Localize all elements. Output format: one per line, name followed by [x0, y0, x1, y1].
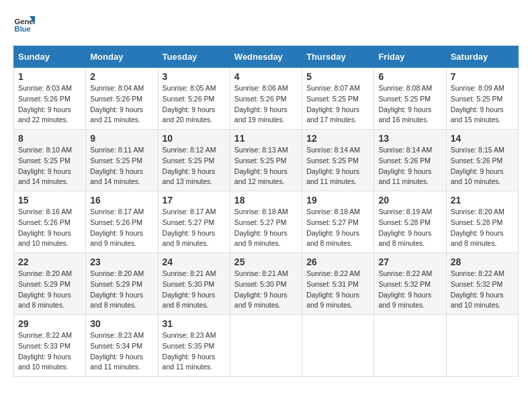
day-info: Sunrise: 8:09 AMSunset: 5:25 PMDaylight:…	[451, 83, 514, 126]
calendar-cell: 21Sunrise: 8:20 AMSunset: 5:28 PMDayligh…	[446, 191, 518, 253]
calendar-cell: 27Sunrise: 8:22 AMSunset: 5:32 PMDayligh…	[374, 253, 446, 315]
day-number: 25	[234, 257, 298, 267]
day-info: Sunrise: 8:14 AMSunset: 5:26 PMDaylight:…	[378, 145, 441, 187]
day-number: 6	[378, 71, 441, 82]
calendar-cell: 19Sunrise: 8:18 AMSunset: 5:27 PMDayligh…	[302, 191, 374, 253]
day-number: 16	[90, 195, 153, 205]
calendar-cell: 16Sunrise: 8:17 AMSunset: 5:26 PMDayligh…	[86, 191, 158, 253]
day-number: 9	[90, 133, 153, 144]
day-number: 12	[306, 133, 369, 144]
calendar-header-row: SundayMondayTuesdayWednesdayThursdayFrid…	[14, 46, 519, 68]
day-info: Sunrise: 8:20 AMSunset: 5:29 PMDaylight:…	[18, 269, 81, 311]
day-number: 27	[378, 257, 441, 267]
day-info: Sunrise: 8:17 AMSunset: 5:27 PMDaylight:…	[163, 207, 226, 249]
day-info: Sunrise: 8:22 AMSunset: 5:32 PMDaylight:…	[378, 269, 441, 311]
day-info: Sunrise: 8:20 AMSunset: 5:28 PMDaylight:…	[451, 207, 514, 249]
day-number: 11	[234, 133, 298, 144]
header-saturday: Saturday	[446, 46, 518, 68]
calendar-cell	[302, 315, 374, 377]
header-tuesday: Tuesday	[158, 46, 230, 68]
day-info: Sunrise: 8:04 AMSunset: 5:26 PMDaylight:…	[90, 83, 153, 126]
calendar-week-3: 15Sunrise: 8:16 AMSunset: 5:26 PMDayligh…	[14, 191, 519, 253]
day-info: Sunrise: 8:13 AMSunset: 5:25 PMDaylight:…	[234, 145, 298, 187]
day-info: Sunrise: 8:16 AMSunset: 5:26 PMDaylight:…	[18, 207, 81, 249]
day-info: Sunrise: 8:23 AMSunset: 5:34 PMDaylight:…	[90, 330, 153, 373]
calendar-week-4: 22Sunrise: 8:20 AMSunset: 5:29 PMDayligh…	[14, 253, 519, 315]
calendar-cell: 30Sunrise: 8:23 AMSunset: 5:34 PMDayligh…	[86, 315, 158, 377]
header-sunday: Sunday	[14, 46, 86, 68]
calendar-cell: 13Sunrise: 8:14 AMSunset: 5:26 PMDayligh…	[374, 130, 446, 191]
day-info: Sunrise: 8:18 AMSunset: 5:27 PMDaylight:…	[306, 207, 369, 249]
calendar-cell: 22Sunrise: 8:20 AMSunset: 5:29 PMDayligh…	[14, 253, 86, 315]
day-info: Sunrise: 8:18 AMSunset: 5:27 PMDaylight:…	[234, 207, 298, 249]
calendar-cell: 25Sunrise: 8:21 AMSunset: 5:30 PMDayligh…	[230, 253, 302, 315]
day-number: 23	[90, 257, 153, 267]
day-info: Sunrise: 8:11 AMSunset: 5:25 PMDaylight:…	[90, 145, 153, 187]
day-info: Sunrise: 8:03 AMSunset: 5:26 PMDaylight:…	[18, 83, 81, 126]
calendar-cell	[374, 315, 446, 377]
calendar-cell: 26Sunrise: 8:22 AMSunset: 5:31 PMDayligh…	[302, 253, 374, 315]
day-info: Sunrise: 8:06 AMSunset: 5:26 PMDaylight:…	[234, 83, 298, 126]
day-number: 2	[90, 71, 153, 82]
day-number: 19	[306, 195, 369, 205]
calendar-cell: 17Sunrise: 8:17 AMSunset: 5:27 PMDayligh…	[158, 191, 230, 253]
calendar-cell: 10Sunrise: 8:12 AMSunset: 5:25 PMDayligh…	[158, 130, 230, 191]
calendar-cell: 6Sunrise: 8:08 AMSunset: 5:25 PMDaylight…	[374, 68, 446, 130]
day-number: 15	[18, 195, 81, 205]
day-number: 29	[18, 318, 81, 329]
svg-text:Blue: Blue	[15, 25, 31, 33]
calendar-cell: 23Sunrise: 8:20 AMSunset: 5:29 PMDayligh…	[86, 253, 158, 315]
day-info: Sunrise: 8:10 AMSunset: 5:25 PMDaylight:…	[18, 145, 81, 187]
calendar-week-5: 29Sunrise: 8:22 AMSunset: 5:33 PMDayligh…	[14, 315, 519, 377]
day-info: Sunrise: 8:22 AMSunset: 5:33 PMDaylight:…	[18, 330, 81, 373]
day-number: 8	[18, 133, 81, 144]
day-number: 28	[451, 257, 514, 267]
calendar-cell: 20Sunrise: 8:19 AMSunset: 5:28 PMDayligh…	[374, 191, 446, 253]
calendar-cell: 5Sunrise: 8:07 AMSunset: 5:25 PMDaylight…	[302, 68, 374, 130]
logo: General Blue	[13, 13, 38, 35]
day-info: Sunrise: 8:17 AMSunset: 5:26 PMDaylight:…	[90, 207, 153, 249]
day-number: 14	[451, 133, 514, 144]
day-info: Sunrise: 8:23 AMSunset: 5:35 PMDaylight:…	[163, 330, 226, 373]
calendar-cell: 24Sunrise: 8:21 AMSunset: 5:30 PMDayligh…	[158, 253, 230, 315]
day-number: 31	[163, 318, 226, 329]
day-number: 24	[163, 257, 226, 267]
day-info: Sunrise: 8:22 AMSunset: 5:31 PMDaylight:…	[306, 269, 369, 311]
calendar-cell: 1Sunrise: 8:03 AMSunset: 5:26 PMDaylight…	[14, 68, 86, 130]
day-info: Sunrise: 8:22 AMSunset: 5:32 PMDaylight:…	[451, 269, 514, 311]
day-info: Sunrise: 8:20 AMSunset: 5:29 PMDaylight:…	[90, 269, 153, 311]
day-info: Sunrise: 8:14 AMSunset: 5:25 PMDaylight:…	[306, 145, 369, 187]
page-header: General Blue	[13, 13, 519, 35]
calendar-cell	[446, 315, 518, 377]
calendar-cell: 28Sunrise: 8:22 AMSunset: 5:32 PMDayligh…	[446, 253, 518, 315]
calendar-week-1: 1Sunrise: 8:03 AMSunset: 5:26 PMDaylight…	[14, 68, 519, 130]
day-info: Sunrise: 8:07 AMSunset: 5:25 PMDaylight:…	[306, 83, 369, 126]
day-info: Sunrise: 8:12 AMSunset: 5:25 PMDaylight:…	[163, 145, 226, 187]
header-monday: Monday	[86, 46, 158, 68]
day-number: 30	[90, 318, 153, 329]
calendar-cell: 11Sunrise: 8:13 AMSunset: 5:25 PMDayligh…	[230, 130, 302, 191]
day-number: 18	[234, 195, 298, 205]
calendar-table: SundayMondayTuesdayWednesdayThursdayFrid…	[13, 46, 519, 377]
day-number: 13	[378, 133, 441, 144]
day-number: 17	[163, 195, 226, 205]
logo-icon: General Blue	[13, 13, 35, 35]
calendar-cell: 2Sunrise: 8:04 AMSunset: 5:26 PMDaylight…	[86, 68, 158, 130]
day-info: Sunrise: 8:05 AMSunset: 5:26 PMDaylight:…	[163, 83, 226, 126]
header-wednesday: Wednesday	[230, 46, 302, 68]
calendar-cell: 14Sunrise: 8:15 AMSunset: 5:26 PMDayligh…	[446, 130, 518, 191]
calendar-cell: 8Sunrise: 8:10 AMSunset: 5:25 PMDaylight…	[14, 130, 86, 191]
header-thursday: Thursday	[302, 46, 374, 68]
calendar-cell	[230, 315, 302, 377]
day-info: Sunrise: 8:21 AMSunset: 5:30 PMDaylight:…	[163, 269, 226, 311]
day-number: 22	[18, 257, 81, 267]
header-friday: Friday	[374, 46, 446, 68]
day-number: 21	[451, 195, 514, 205]
day-info: Sunrise: 8:15 AMSunset: 5:26 PMDaylight:…	[451, 145, 514, 187]
day-info: Sunrise: 8:21 AMSunset: 5:30 PMDaylight:…	[234, 269, 298, 311]
day-number: 7	[451, 71, 514, 82]
calendar-cell: 4Sunrise: 8:06 AMSunset: 5:26 PMDaylight…	[230, 68, 302, 130]
calendar-cell: 12Sunrise: 8:14 AMSunset: 5:25 PMDayligh…	[302, 130, 374, 191]
calendar-cell: 3Sunrise: 8:05 AMSunset: 5:26 PMDaylight…	[158, 68, 230, 130]
calendar-week-2: 8Sunrise: 8:10 AMSunset: 5:25 PMDaylight…	[14, 130, 519, 191]
